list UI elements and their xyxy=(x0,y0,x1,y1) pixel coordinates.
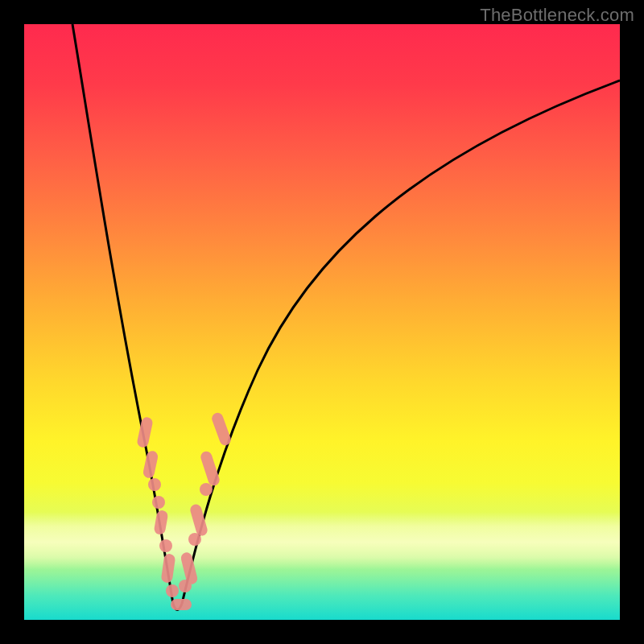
svg-rect-4 xyxy=(154,510,169,535)
highlight-band xyxy=(24,512,620,570)
svg-point-2 xyxy=(148,478,161,491)
scatter-cluster xyxy=(136,411,233,610)
curve-right-branch xyxy=(182,80,620,604)
chart-container: TheBottleneck.com xyxy=(0,0,644,644)
svg-rect-12 xyxy=(189,503,208,537)
svg-point-3 xyxy=(152,496,165,509)
svg-rect-10 xyxy=(180,551,198,585)
svg-rect-14 xyxy=(200,450,221,487)
svg-rect-0 xyxy=(136,416,154,448)
svg-rect-6 xyxy=(161,553,176,584)
svg-point-7 xyxy=(166,584,179,597)
curve-valley xyxy=(173,604,182,610)
svg-rect-8 xyxy=(171,599,192,610)
plot-area xyxy=(24,24,620,620)
svg-point-9 xyxy=(179,580,192,592)
chart-svg xyxy=(24,24,620,620)
svg-rect-1 xyxy=(142,450,159,479)
watermark-text: TheBottleneck.com xyxy=(480,5,634,26)
svg-point-11 xyxy=(188,533,201,546)
svg-point-5 xyxy=(159,539,172,552)
svg-point-13 xyxy=(200,483,213,496)
curve-left-branch xyxy=(72,24,173,604)
svg-rect-15 xyxy=(210,411,233,447)
